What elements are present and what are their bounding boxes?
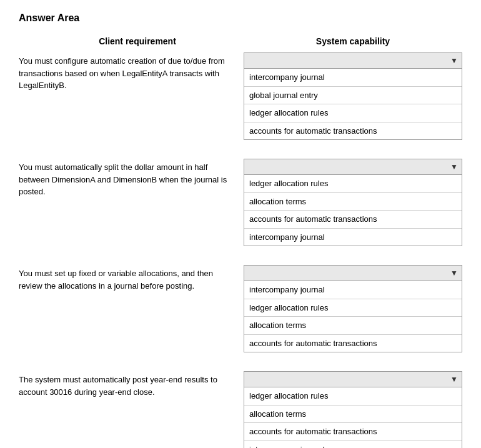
- dropdown-option-3-3[interactable]: allocation terms: [244, 317, 462, 335]
- qa-row-2: You must automatically split the dollar …: [19, 159, 462, 246]
- dropdown-arrow-icon-3: ▼: [450, 269, 458, 277]
- dropdown-option-2-2[interactable]: allocation terms: [244, 193, 462, 211]
- dropdown-header-4[interactable]: ▼: [244, 371, 462, 387]
- dropdown-header-1[interactable]: ▼: [244, 52, 462, 69]
- dropdown-container-1: ▼intercompany journalglobal journal entr…: [244, 52, 462, 140]
- dropdown-container-3: ▼intercompany journalledger allocation r…: [244, 265, 462, 352]
- dropdown-header-3[interactable]: ▼: [244, 265, 462, 281]
- dropdown-option-1-2[interactable]: global journal entry: [244, 87, 462, 105]
- requirement-text-4: The system must automatically post year-…: [19, 371, 244, 398]
- dropdown-container-4: ▼ledger allocation rulesallocation terms…: [244, 371, 462, 448]
- dropdown-option-1-1[interactable]: intercompany journal: [244, 69, 462, 87]
- dropdown-arrow-icon-1: ▼: [450, 56, 458, 65]
- qa-row-3: You must set up fixed or variable alloca…: [19, 265, 462, 352]
- dropdown-options-4: ledger allocation rulesallocation termsa…: [244, 387, 462, 448]
- dropdown-option-1-4[interactable]: accounts for automatic transactions: [244, 122, 462, 140]
- requirement-text-3: You must set up fixed or variable alloca…: [19, 265, 244, 292]
- column-headers: Client requirement System capability: [19, 36, 462, 46]
- dropdown-options-3: intercompany journalledger allocation ru…: [244, 281, 462, 352]
- dropdown-arrow-icon-2: ▼: [450, 162, 458, 171]
- dropdown-arrow-icon-4: ▼: [450, 375, 458, 384]
- dropdown-option-2-4[interactable]: intercompany journal: [244, 229, 462, 246]
- dropdown-container-2: ▼ledger allocation rulesallocation terms…: [244, 159, 462, 246]
- dropdown-option-1-3[interactable]: ledger allocation rules: [244, 104, 462, 122]
- dropdown-option-3-1[interactable]: intercompany journal: [244, 281, 462, 299]
- requirement-text-2: You must automatically split the dollar …: [19, 159, 244, 198]
- qa-row-4: The system must automatically post year-…: [19, 371, 462, 448]
- dropdown-option-4-1[interactable]: ledger allocation rules: [244, 387, 462, 406]
- page-title: Answer Area: [19, 12, 462, 24]
- answer-area: Client requirement System capability You…: [19, 36, 462, 448]
- dropdown-option-3-2[interactable]: ledger allocation rules: [244, 299, 462, 317]
- dropdown-option-4-4[interactable]: intercompany journal: [244, 441, 462, 449]
- dropdown-option-4-3[interactable]: accounts for automatic transactions: [244, 423, 462, 441]
- dropdown-option-4-2[interactable]: allocation terms: [244, 406, 462, 424]
- dropdown-option-3-4[interactable]: accounts for automatic transactions: [244, 335, 462, 352]
- dropdown-options-2: ledger allocation rulesallocation termsa…: [244, 175, 462, 246]
- requirement-text-1: You must configure automatic creation of…: [19, 52, 244, 92]
- dropdown-header-2[interactable]: ▼: [244, 159, 462, 175]
- dropdown-option-2-1[interactable]: ledger allocation rules: [244, 175, 462, 193]
- dropdown-options-1: intercompany journalglobal journal entry…: [244, 69, 462, 140]
- qa-row-1: You must configure automatic creation of…: [19, 52, 462, 140]
- capability-header: System capability: [244, 36, 462, 46]
- dropdown-option-2-3[interactable]: accounts for automatic transactions: [244, 211, 462, 229]
- requirement-header: Client requirement: [19, 36, 244, 46]
